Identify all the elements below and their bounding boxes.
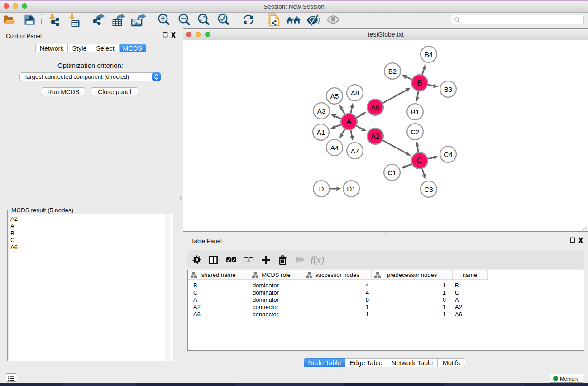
svg-text:A5: A5 [330, 92, 339, 100]
svg-text:D1: D1 [347, 185, 355, 193]
svg-text:C: C [417, 156, 423, 165]
svg-text:A2: A2 [371, 133, 380, 140]
svg-text:C4: C4 [444, 151, 452, 158]
svg-text:A6: A6 [371, 104, 380, 111]
svg-text:B2: B2 [388, 67, 397, 75]
svg-text:C1: C1 [387, 169, 396, 176]
svg-text:A7: A7 [351, 147, 359, 155]
svg-text:A4: A4 [330, 144, 339, 152]
svg-text:C2: C2 [411, 128, 419, 136]
svg-text:f(x): f(x) [311, 254, 325, 265]
svg-text:A3: A3 [317, 107, 326, 115]
svg-text:C3: C3 [424, 186, 433, 193]
svg-text:A1: A1 [317, 129, 325, 136]
svg-text:D: D [319, 185, 324, 193]
svg-text:B4: B4 [425, 51, 433, 58]
svg-text:A: A [346, 117, 352, 126]
svg-text:B1: B1 [411, 108, 420, 116]
svg-text:B: B [417, 78, 422, 87]
svg-text:A8: A8 [351, 89, 359, 97]
svg-text:B3: B3 [444, 86, 453, 93]
